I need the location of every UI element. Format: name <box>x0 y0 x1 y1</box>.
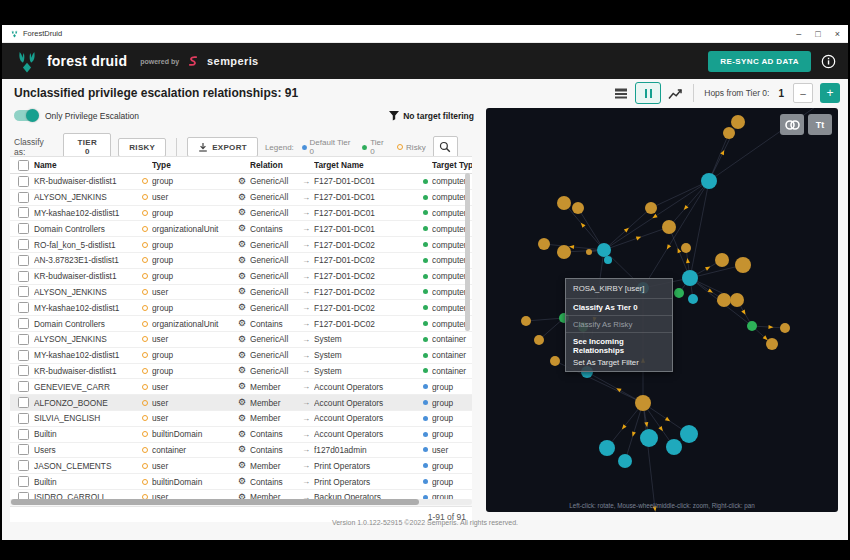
table-row[interactable]: Domain ControllersorganizationalUnit⚙Con… <box>10 221 472 237</box>
row-checkbox[interactable] <box>18 286 29 297</box>
table-row[interactable]: ALYSON_JENKINSuser⚙GenericAll→Systemcont… <box>10 332 472 348</box>
row-checkbox[interactable] <box>18 192 29 203</box>
table-row[interactable]: Userscontainer⚙Contains→f127d01adminuser <box>10 443 472 459</box>
graph-node[interactable] <box>723 127 735 139</box>
horizontal-scrollbar[interactable] <box>10 499 472 505</box>
row-checkbox[interactable] <box>18 381 29 392</box>
row-checkbox[interactable] <box>18 476 29 487</box>
graph-node[interactable] <box>680 425 698 443</box>
graph-node[interactable] <box>717 293 731 307</box>
table-row[interactable]: MY-kashae102-distlist1group⚙GenericAll→S… <box>10 348 472 364</box>
graph-node[interactable] <box>557 196 571 210</box>
table-row[interactable]: MY-kashae102-distlist1group⚙GenericAll→F… <box>10 206 472 222</box>
row-checkbox[interactable] <box>18 444 29 455</box>
graph-node[interactable] <box>666 439 682 455</box>
graph-node[interactable] <box>674 288 684 298</box>
row-checkbox[interactable] <box>18 365 29 376</box>
table-row[interactable]: RO-fal_kon_5-distlist1group⚙GenericAll→F… <box>10 237 472 253</box>
graph-node[interactable] <box>662 220 676 234</box>
table-row[interactable]: KR-budwaiser-distlist1group⚙GenericAll→F… <box>10 269 472 285</box>
graph-node[interactable] <box>597 243 611 257</box>
graph-node[interactable] <box>604 256 612 264</box>
graph-node[interactable] <box>682 270 698 286</box>
row-checkbox[interactable] <box>18 429 29 440</box>
hops-increase-button[interactable]: + <box>820 83 840 103</box>
graph-node[interactable] <box>521 316 531 326</box>
row-checkbox[interactable] <box>18 492 29 499</box>
graph-node[interactable] <box>586 249 592 255</box>
graph-node[interactable] <box>534 335 544 345</box>
row-checkbox[interactable] <box>18 207 29 218</box>
graph-node[interactable] <box>645 202 657 214</box>
target-filter[interactable]: No target filtering <box>389 111 474 121</box>
resync-ad-data-button[interactable]: RE-SYNC AD DATA <box>708 51 811 72</box>
table-row[interactable]: KR-budwaiser-distlist1group⚙GenericAll→F… <box>10 174 472 190</box>
trend-view-icon[interactable] <box>668 87 683 100</box>
classify-risky-button[interactable]: RISKY <box>118 138 166 157</box>
graph-panel[interactable]: Tt ROSA_KIRBY [user] Classify As Tier 0C… <box>486 108 838 512</box>
graph-node[interactable] <box>701 173 717 189</box>
table-view-icon[interactable] <box>614 87 628 100</box>
graph-node[interactable] <box>731 115 745 129</box>
context-menu-item[interactable]: Classify As Tier 0 <box>566 298 672 315</box>
graph-node[interactable] <box>780 323 790 333</box>
vertical-scrollbar[interactable] <box>465 173 470 331</box>
row-checkbox[interactable] <box>18 239 29 250</box>
table-row[interactable]: JASON_CLEMENTSuser⚙Member→Print Operator… <box>10 458 472 474</box>
table-row[interactable]: BuiltinbuiltinDomain⚙Contains→Account Op… <box>10 427 472 443</box>
table-row[interactable]: GENEVIEVE_CARRuser⚙Member→Account Operat… <box>10 379 472 395</box>
table-row[interactable]: ISIDRO_CARROLLuser⚙Member→Backup Operato… <box>10 490 472 499</box>
table-row[interactable]: ALYSON_JENKINSuser⚙GenericAll→F127-D01-D… <box>10 285 472 301</box>
context-menu-item[interactable]: Classify As Risky <box>566 315 672 332</box>
minimize-icon[interactable]: – <box>796 29 801 39</box>
graph-node[interactable] <box>538 238 550 250</box>
page-title: Unclassified privilege escalation relati… <box>14 86 298 100</box>
row-checkbox[interactable] <box>18 318 29 329</box>
graph-node[interactable] <box>572 202 584 214</box>
row-checkbox[interactable] <box>18 176 29 187</box>
graph-node[interactable] <box>618 454 632 468</box>
info-icon[interactable] <box>821 54 836 69</box>
row-checkbox[interactable] <box>18 302 29 313</box>
row-checkbox[interactable] <box>18 255 29 266</box>
graph-node[interactable] <box>557 245 571 259</box>
select-all-checkbox[interactable] <box>18 160 29 171</box>
row-checkbox[interactable] <box>18 460 29 471</box>
only-privilege-escalation-toggle[interactable] <box>14 110 38 121</box>
row-checkbox[interactable] <box>18 223 29 234</box>
graph-node[interactable] <box>640 429 658 447</box>
graph-node[interactable] <box>715 253 729 267</box>
search-button[interactable] <box>433 136 458 158</box>
table-row[interactable]: BuiltinbuiltinDomain⚙Contains→Print Oper… <box>10 474 472 490</box>
graph-node[interactable] <box>599 440 615 456</box>
graph-node[interactable] <box>766 338 778 350</box>
table-row[interactable]: KR-budwaiser-distlist1group⚙GenericAll→S… <box>10 364 472 380</box>
graph-node[interactable] <box>688 294 698 304</box>
row-checkbox[interactable] <box>18 271 29 282</box>
table-row[interactable]: SILVIA_ENGLISHuser⚙Member→Account Operat… <box>10 411 472 427</box>
graph-node[interactable] <box>681 243 691 253</box>
maximize-icon[interactable]: □ <box>815 29 820 39</box>
export-button[interactable]: EXPORT <box>187 137 258 157</box>
graph-node[interactable] <box>550 356 560 366</box>
context-menu-item[interactable]: See Incoming Relationships <box>566 332 672 358</box>
table-row[interactable]: AN-3.87823E1-distlist1group⚙GenericAll→F… <box>10 253 472 269</box>
graph-node[interactable] <box>730 293 744 307</box>
table-row[interactable]: ALYSON_JENKINSuser⚙GenericAll→F127-D01-D… <box>10 190 472 206</box>
row-checkbox[interactable] <box>18 350 29 361</box>
close-icon[interactable]: × <box>835 29 840 39</box>
pause-layout-button[interactable] <box>635 82 661 104</box>
hops-decrease-button[interactable]: – <box>793 83 813 103</box>
node-size-toggle-button[interactable] <box>780 114 804 135</box>
row-checkbox[interactable] <box>18 334 29 345</box>
table-row[interactable]: MY-kashae102-distlist1group⚙GenericAll→F… <box>10 300 472 316</box>
table-row[interactable]: Domain ControllersorganizationalUnit⚙Con… <box>10 316 472 332</box>
graph-node[interactable] <box>635 395 651 411</box>
table-row[interactable]: ALFONZO_BOONEuser⚙Member→Account Operato… <box>10 395 472 411</box>
row-checkbox[interactable] <box>18 413 29 424</box>
labels-toggle-button[interactable]: Tt <box>808 114 832 135</box>
graph-node[interactable] <box>735 257 751 273</box>
row-checkbox[interactable] <box>18 397 29 408</box>
graph-node[interactable] <box>747 321 757 331</box>
context-menu-item[interactable]: Set As Target Filter <box>566 358 672 371</box>
